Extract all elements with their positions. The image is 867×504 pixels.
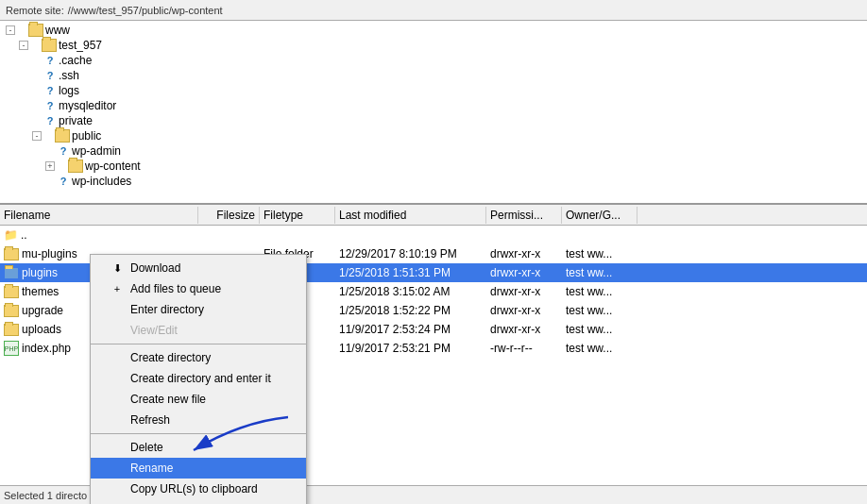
tree-item-wpcontent[interactable]: + wp-content: [0, 159, 867, 174]
queue-icon: +: [110, 281, 125, 296]
tree-item-public[interactable]: - public: [0, 128, 867, 143]
create-dir-enter-icon: [110, 371, 125, 386]
question-icon-private: ?: [43, 114, 57, 127]
tree-item-mysqleditor[interactable]: ? mysqleditor: [0, 98, 867, 113]
file-cell-perms: drwxr-xr-x: [486, 265, 562, 280]
folder-icon-test957: [42, 39, 57, 52]
question-icon-wpincludes: ?: [57, 175, 70, 188]
question-icon-mysqleditor: ?: [43, 99, 57, 112]
ctx-create-file[interactable]: Create new file: [91, 389, 306, 410]
ctx-enter-dir[interactable]: Enter directory: [91, 299, 306, 320]
file-cell-owner: test ww...: [562, 341, 638, 356]
file-cell-owner: test ww...: [562, 322, 638, 337]
file-cell-type: [260, 234, 335, 236]
tree-label-ssh: .ssh: [59, 69, 79, 82]
folder-icon-public: [55, 129, 70, 143]
expand-icon-wpcontent[interactable]: +: [45, 161, 55, 171]
ctx-file-perms[interactable]: File permissions...: [91, 499, 306, 504]
ctx-separator-1: [91, 344, 306, 344]
tree-panel: - www - test_957 ? .cache ? .ssh ?: [0, 21, 867, 205]
ctx-delete[interactable]: Delete: [91, 437, 306, 458]
remote-site-label: Remote site:: [6, 5, 64, 16]
col-header-filesize[interactable]: Filesize: [198, 207, 260, 224]
expand-icon-public[interactable]: -: [32, 131, 42, 141]
tree-item-www[interactable]: - www: [0, 23, 867, 38]
col-header-filename[interactable]: Filename: [0, 207, 198, 224]
context-menu: ⬇ Download + Add files to queue Enter di…: [90, 254, 307, 504]
expand-icon-www[interactable]: -: [6, 25, 15, 35]
tree-label-wpadmin: wp-admin: [72, 144, 121, 158]
file-cell-perms: drwxr-xr-x: [486, 284, 562, 299]
enter-dir-icon: [110, 302, 125, 317]
file-cell-owner: [562, 234, 638, 236]
delete-icon: [110, 440, 125, 455]
create-file-icon: [110, 392, 125, 407]
file-cell-modified: 11/9/2017 2:53:24 PM: [335, 322, 486, 337]
col-header-modified[interactable]: Last modified: [335, 207, 486, 224]
ctx-create-dir-enter[interactable]: Create directory and enter it: [91, 368, 306, 389]
ctx-refresh[interactable]: Refresh: [91, 410, 306, 430]
tree-item-ssh[interactable]: ? .ssh: [0, 68, 867, 83]
tree-label-public: public: [72, 129, 101, 143]
ctx-separator-2: [91, 433, 306, 434]
tree-item-logs[interactable]: ? logs: [0, 83, 867, 98]
ctx-rename[interactable]: Rename: [91, 458, 306, 479]
remote-header: Remote site: //www/test_957/public/wp-co…: [0, 0, 867, 21]
rename-icon: [110, 461, 125, 476]
tree-label-cache: .cache: [59, 54, 92, 67]
question-icon-wpadmin: ?: [57, 144, 70, 158]
table-row[interactable]: 📁 ..: [0, 226, 867, 244]
file-cell-perms: -rw-r--r--: [486, 341, 562, 356]
copy-url-icon: [110, 481, 125, 496]
tree-item-test957[interactable]: - test_957: [0, 38, 867, 53]
question-icon-cache: ?: [43, 54, 57, 67]
ctx-add-queue[interactable]: + Add files to queue: [91, 278, 306, 299]
tree-label-private: private: [59, 114, 93, 127]
ctx-copy-url[interactable]: Copy URL(s) to clipboard: [91, 479, 306, 499]
parent-dir-icon: 📁: [4, 228, 18, 242]
file-panel: Filename Filesize Filetype Last modified…: [0, 205, 867, 504]
file-cell-modified: 12/29/2017 8:10:19 PM: [335, 246, 486, 261]
folder-icon: [4, 248, 19, 260]
question-icon-logs: ?: [43, 84, 57, 97]
tree-item-cache[interactable]: ? .cache: [0, 53, 867, 68]
file-cell-perms: drwxr-xr-x: [486, 322, 562, 337]
file-cell-perms: drwxr-xr-x: [486, 246, 562, 261]
ctx-view-edit[interactable]: View/Edit: [91, 320, 306, 341]
ctx-create-dir[interactable]: Create directory: [91, 347, 306, 368]
file-cell-owner: test ww...: [562, 246, 638, 261]
refresh-icon: [110, 412, 125, 428]
tree-item-private[interactable]: ? private: [0, 113, 867, 128]
ctx-download[interactable]: ⬇ Download: [91, 258, 306, 278]
tree-label-wpincludes: wp-includes: [72, 175, 131, 188]
col-header-permissions[interactable]: Permissi...: [486, 207, 562, 224]
col-header-owner[interactable]: Owner/G...: [562, 207, 638, 224]
file-cell-modified: [335, 234, 486, 236]
question-icon-ssh: ?: [43, 69, 57, 82]
tree-item-wpincludes[interactable]: ? wp-includes: [0, 174, 867, 189]
folder-icon-www: [28, 24, 43, 37]
file-cell-owner: test ww...: [562, 284, 638, 299]
tree-item-wpadmin[interactable]: ? wp-admin: [0, 143, 867, 159]
file-cell-modified: 1/25/2018 1:51:31 PM: [335, 265, 486, 280]
create-dir-icon: [110, 350, 125, 365]
file-cell-name: 📁 ..: [0, 227, 198, 243]
file-cell-perms: drwxr-xr-x: [486, 303, 562, 318]
download-icon: ⬇: [110, 260, 125, 276]
col-header-filetype[interactable]: Filetype: [260, 207, 335, 224]
folder-icon-wpcontent: [68, 160, 83, 173]
file-cell-owner: test ww...: [562, 303, 638, 318]
tree-label-wpcontent: wp-content: [85, 160, 141, 173]
folder-icon: [4, 267, 19, 279]
php-file-icon: PHP: [4, 341, 19, 356]
status-text: Selected 1 directo: [4, 490, 87, 501]
remote-site-path: //www/test_957/public/wp-content: [68, 5, 223, 16]
folder-icon: [4, 324, 19, 336]
expand-icon-test957[interactable]: -: [19, 41, 28, 50]
file-cell-modified: 1/25/2018 3:15:02 AM: [335, 284, 486, 299]
tree-label-mysqleditor: mysqleditor: [59, 99, 116, 112]
tree-label-test957: test_957: [59, 39, 102, 52]
folder-icon: [4, 286, 19, 298]
view-edit-icon: [110, 323, 125, 338]
file-header: Filename Filesize Filetype Last modified…: [0, 205, 867, 226]
